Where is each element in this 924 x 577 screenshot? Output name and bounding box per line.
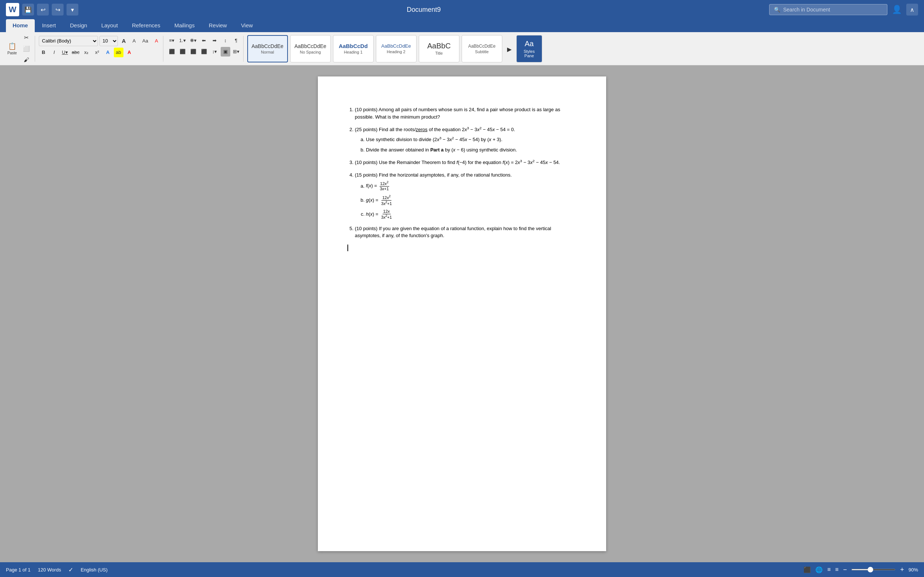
style-no-spacing[interactable]: AaBbCcDdEe No Spacing [290, 35, 331, 63]
q2-sublist: Use synthetic division to divide (2x3 − … [355, 135, 577, 153]
align-right-button[interactable]: ⬛ [189, 47, 198, 56]
questions-list: (10 points) Among all pairs of numbers w… [347, 106, 577, 239]
document-area[interactable]: (10 points) Among all pairs of numbers w… [0, 65, 924, 562]
style-title[interactable]: AaBbC Title [419, 35, 459, 63]
align-left-button[interactable]: ⬛ [167, 47, 177, 56]
tab-design[interactable]: Design [63, 19, 94, 32]
grow-font-button[interactable]: A [120, 36, 129, 46]
tab-home[interactable]: Home [6, 19, 35, 32]
multilevel-list-button[interactable]: ❋▾ [189, 36, 198, 45]
zoom-in-button[interactable]: + [900, 566, 904, 574]
style-subtitle[interactable]: AaBbCcDdEe Subtitle [462, 35, 502, 63]
word-count-label: 120 Words [38, 567, 61, 572]
ribbon-tabs: Home Insert Design Layout References Mai… [0, 19, 924, 32]
user-button[interactable]: 👤 [892, 5, 902, 15]
justify-button[interactable]: ⬛ [199, 47, 209, 56]
undo-button[interactable]: ↩ [37, 4, 49, 16]
web-layout-icon[interactable]: 🌐 [815, 566, 823, 573]
style-heading1-label: Heading 1 [344, 50, 363, 54]
underline-button[interactable]: U▾ [60, 48, 70, 57]
tab-view[interactable]: View [234, 19, 260, 32]
title-bar: W 💾 ↩ ↪ ▾ Document9 🔍 👤 ∧ [0, 0, 924, 19]
status-bar-left: Page 1 of 1 120 Words ✓ English (US) [6, 566, 796, 573]
question-4: (15 points) Find the horizontal asymptot… [355, 171, 577, 220]
bullets-button[interactable]: ≡▾ [167, 36, 177, 45]
decrease-indent-button[interactable]: ⬅ [199, 36, 209, 45]
tab-references[interactable]: References [125, 19, 167, 32]
copy-button[interactable]: ⬜ [20, 44, 32, 54]
proofing-icon[interactable]: ✓ [68, 566, 73, 573]
style-subtitle-preview: AaBbCcDdEe [468, 44, 496, 49]
clear-formatting-button[interactable]: A [152, 36, 161, 46]
font-size-select[interactable]: 10 11 12 [99, 36, 118, 46]
borders-button[interactable]: ⊞▾ [231, 47, 241, 56]
styles-group: AaBbCcDdEe Normal AaBbCcDdEe No Spacing … [245, 36, 544, 62]
style-title-preview: AaBbC [427, 42, 451, 50]
draft-view-icon[interactable]: ≡ [835, 566, 838, 573]
ribbon-collapse-button[interactable]: ∧ [906, 4, 918, 16]
style-heading2-preview: AaBbCcDdEe [381, 43, 411, 49]
styles-pane-icon: Aa [525, 40, 533, 48]
status-bar: Page 1 of 1 120 Words ✓ English (US) ⬛ 🌐… [0, 562, 924, 577]
font-name-select[interactable]: Calibri (Body) [39, 36, 98, 46]
style-subtitle-label: Subtitle [475, 50, 489, 54]
word-logo: W [9, 5, 17, 15]
style-heading1-preview: AaBbCcDd [339, 43, 368, 49]
cut-button[interactable]: ✂ [20, 32, 32, 43]
tab-layout[interactable]: Layout [95, 19, 124, 32]
styles-pane-label: Styles Pane [524, 49, 535, 58]
title-right: 🔍 👤 ∧ [769, 4, 918, 16]
strikethrough-button[interactable]: abc [71, 48, 81, 57]
style-normal-preview: AaBbCcDdEe [251, 43, 283, 49]
search-input[interactable] [783, 6, 883, 13]
customize-qat-button[interactable]: ▾ [66, 4, 78, 16]
save-button[interactable]: 💾 [22, 4, 34, 16]
superscript-button[interactable]: x² [92, 48, 102, 57]
q1-text: (10 points) Among all pairs of numbers w… [355, 107, 560, 120]
italic-button[interactable]: I [50, 48, 59, 57]
increase-indent-button[interactable]: ➡ [210, 36, 220, 45]
format-painter-button[interactable]: 🖌 [20, 55, 32, 65]
paste-button[interactable]: 📋 Paste [5, 40, 19, 56]
style-no-spacing-label: No Spacing [300, 50, 321, 54]
change-case-button[interactable]: Aa [140, 36, 151, 46]
document-page[interactable]: (10 points) Among all pairs of numbers w… [318, 76, 606, 551]
search-box[interactable]: 🔍 [769, 4, 887, 15]
zoom-out-button[interactable]: − [843, 566, 847, 574]
styles-pane-button[interactable]: Aa Styles Pane [516, 35, 542, 63]
sort-button[interactable]: ↕ [221, 36, 230, 45]
question-5: (10 points) If you are given the equatio… [355, 225, 577, 239]
clipboard-group: 📋 Paste ✂ ⬜ 🖌 [3, 36, 35, 62]
q2b: Divide the answer obtained in Part a by … [366, 146, 577, 154]
zoom-slider[interactable] [851, 569, 895, 571]
outline-view-icon[interactable]: ≡ [827, 566, 830, 573]
style-heading2-label: Heading 2 [387, 50, 405, 54]
page-of-label: Page 1 of 1 [6, 567, 31, 572]
tab-insert[interactable]: Insert [36, 19, 63, 32]
align-center-button[interactable]: ⬛ [178, 47, 187, 56]
q2a: Use synthetic division to divide (2x3 − … [366, 135, 577, 143]
redo-button[interactable]: ↪ [52, 4, 63, 16]
style-heading2[interactable]: AaBbCcDdEe Heading 2 [376, 35, 417, 63]
style-normal[interactable]: AaBbCcDdEe Normal [247, 35, 288, 63]
bold-button[interactable]: B [39, 48, 48, 57]
text-effects-button[interactable]: A [103, 48, 113, 57]
show-formatting-button[interactable]: ¶ [231, 36, 241, 45]
document-title: Document9 [407, 6, 441, 14]
print-layout-icon[interactable]: ⬛ [803, 566, 811, 573]
zoom-percent-label: 90% [908, 567, 918, 572]
tab-review[interactable]: Review [202, 19, 234, 32]
shrink-font-button[interactable]: A [130, 36, 138, 46]
font-color-button[interactable]: A [124, 48, 134, 57]
style-no-spacing-preview: AaBbCcDdEe [294, 43, 326, 49]
format-row: B I U▾ abc x₂ x² A ab A [39, 48, 134, 57]
tab-mailings[interactable]: Mailings [168, 19, 202, 32]
highlight-color-button[interactable]: ab [114, 48, 123, 57]
subscript-button[interactable]: x₂ [82, 48, 91, 57]
style-heading1[interactable]: AaBbCcDd Heading 1 [333, 35, 374, 63]
q5-text: (10 points) If you are given the equatio… [355, 226, 551, 239]
shading-button[interactable]: ▣ [221, 47, 230, 56]
numbering-button[interactable]: 1.▾ [178, 36, 187, 45]
line-spacing-button[interactable]: ↕▾ [210, 47, 220, 56]
styles-more-button[interactable]: ▶ [504, 36, 514, 63]
